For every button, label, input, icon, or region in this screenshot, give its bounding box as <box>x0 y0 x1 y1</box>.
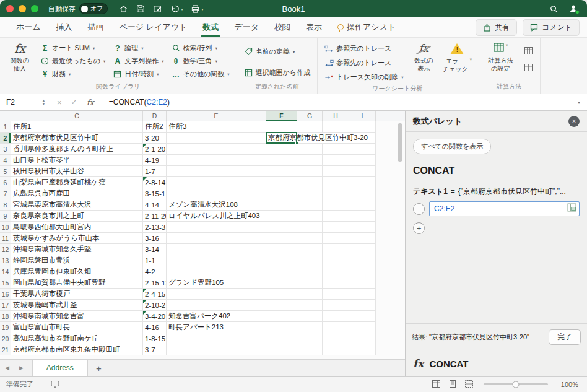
cell-C9[interactable]: 奈良県奈良市川之上町 <box>11 211 143 222</box>
cell-H5[interactable] <box>323 166 349 177</box>
cell-C6[interactable]: 山梨県南巨摩郡身延町桃ケ窪 <box>11 177 143 188</box>
autosave-toggle[interactable]: オフ <box>79 3 108 14</box>
sheet-nav-right-icon[interactable]: ▶ <box>14 365 28 371</box>
cell-I1[interactable] <box>349 121 376 133</box>
print-button[interactable]: ▾ <box>191 4 203 14</box>
cell-H21[interactable] <box>323 344 349 355</box>
cell-D10[interactable]: 2-13-3 <box>143 222 167 233</box>
cell-G3[interactable] <box>297 144 323 155</box>
cell-I10[interactable] <box>349 222 376 233</box>
cell-D19[interactable]: 4-16 <box>143 322 167 333</box>
cell-D17[interactable]: 2-10-2 <box>143 300 167 311</box>
cell-H15[interactable] <box>323 277 349 289</box>
cell-I4[interactable] <box>349 155 376 166</box>
normal-view-icon[interactable] <box>432 380 440 389</box>
row-header-6[interactable]: 6 <box>0 177 11 188</box>
cell-F13[interactable] <box>266 255 297 266</box>
cell-E18[interactable]: 知念吉富パーク402 <box>167 311 266 322</box>
cell-D18[interactable]: 3-4-20 <box>143 311 167 322</box>
cell-G20[interactable] <box>297 333 323 344</box>
cell-D5[interactable]: 1-7 <box>143 166 167 177</box>
row-header-5[interactable]: 5 <box>0 166 11 177</box>
cell-G7[interactable] <box>297 188 323 199</box>
cell-F16[interactable] <box>266 289 297 300</box>
vertical-scrollbar[interactable] <box>396 122 404 355</box>
cell-I11[interactable] <box>349 233 376 244</box>
cell-H19[interactable] <box>323 322 349 333</box>
select-all-corner[interactable] <box>0 111 11 121</box>
zoom-window-button[interactable] <box>31 5 38 12</box>
cell-H6[interactable] <box>323 177 349 188</box>
cell-H20[interactable] <box>323 333 349 344</box>
tab-ページ レイアウト[interactable]: ページ レイアウト <box>120 17 188 37</box>
cell-C12[interactable]: 沖縄県南城市知念久手堅 <box>11 244 143 255</box>
tab-数式[interactable]: 数式 <box>202 17 219 37</box>
row-header-14[interactable]: 14 <box>0 266 11 277</box>
tab-ホーム[interactable]: ホーム <box>16 17 41 37</box>
row-header-10[interactable]: 10 <box>0 222 11 233</box>
cell-I13[interactable] <box>349 255 376 266</box>
cell-D16[interactable]: 2-4-15 <box>143 289 167 300</box>
cell-I20[interactable] <box>349 333 376 344</box>
cell-E14[interactable] <box>167 266 266 277</box>
cell-D20[interactable]: 1-8-15 <box>143 333 167 344</box>
fill-handle[interactable] <box>295 142 298 145</box>
search-icon[interactable] <box>549 4 559 14</box>
lookup-reference-button[interactable]: 検索/行列 ▾ <box>170 42 232 54</box>
save-icon[interactable] <box>136 4 145 13</box>
cell-H11[interactable] <box>323 233 349 244</box>
cell-E10[interactable] <box>167 222 266 233</box>
cell-D8[interactable]: 4-14 <box>143 199 167 211</box>
tab-操作アシスト[interactable]: 操作アシスト <box>337 17 396 37</box>
cell-I14[interactable] <box>349 266 376 277</box>
cell-G14[interactable] <box>297 266 323 277</box>
cell-I3[interactable] <box>349 144 376 155</box>
cell-D12[interactable]: 3-14 <box>143 244 167 255</box>
minimize-window-button[interactable] <box>19 5 26 12</box>
cell-F2[interactable]: 京都府京都市伏見区竹中町3-20 <box>266 133 297 144</box>
add-sheet-button[interactable]: + <box>88 363 110 373</box>
cell-G13[interactable] <box>297 255 323 266</box>
sheet-tab-address[interactable]: Address <box>32 360 88 376</box>
row-header-12[interactable]: 12 <box>0 244 11 255</box>
display-icon[interactable] <box>51 380 59 388</box>
cell-C16[interactable]: 千葉県八街市榎戸 <box>11 289 143 300</box>
cell-F10[interactable] <box>266 222 297 233</box>
cell-D21[interactable]: 3-7 <box>143 344 167 355</box>
cell-H7[interactable] <box>323 188 349 199</box>
cell-G15[interactable] <box>297 277 323 289</box>
math-trig-button[interactable]: θ 数学/三角 ▾ <box>170 55 232 67</box>
column-header-I[interactable]: I <box>349 111 376 121</box>
cancel-icon[interactable]: × <box>57 98 62 107</box>
row-header-2[interactable]: 2 <box>0 133 11 144</box>
cell-H16[interactable] <box>323 289 349 300</box>
cell-E13[interactable] <box>167 255 266 266</box>
cell-H14[interactable] <box>323 266 349 277</box>
row-header-17[interactable]: 17 <box>0 300 11 311</box>
column-header-H[interactable]: H <box>323 111 349 121</box>
remove-argument-button[interactable]: − <box>413 203 425 215</box>
date-time-button[interactable]: 日付/時刻 ▾ <box>111 68 165 80</box>
sheet-nav-left-icon[interactable]: ◀ <box>0 365 14 371</box>
cell-C7[interactable]: 広島県呉市西鹿田 <box>11 188 143 199</box>
column-header-G[interactable]: G <box>297 111 323 121</box>
cell-E19[interactable]: 町長アパート213 <box>167 322 266 333</box>
zoom-slider-thumb[interactable] <box>513 381 520 388</box>
cell-C8[interactable]: 宮城県栗原市高清水大沢 <box>11 199 143 211</box>
row-header-8[interactable]: 8 <box>0 199 11 211</box>
cell-E2[interactable] <box>167 133 266 144</box>
cell-C17[interactable]: 茨城県鹿嶋市武井釜 <box>11 300 143 311</box>
cell-G21[interactable] <box>297 344 323 355</box>
close-panel-button[interactable]: × <box>568 116 580 127</box>
row-header-20[interactable]: 20 <box>0 333 11 344</box>
cell-H10[interactable] <box>323 222 349 233</box>
close-window-button[interactable] <box>6 5 14 12</box>
cell-G11[interactable] <box>297 233 323 244</box>
cell-D4[interactable]: 4-19 <box>143 155 167 166</box>
cell-C3[interactable]: 香川県仲多度郡まんのう町掉上 <box>11 144 143 155</box>
cell-H4[interactable] <box>323 155 349 166</box>
cell-E6[interactable] <box>167 177 266 188</box>
cell-I6[interactable] <box>349 177 376 188</box>
cell-G17[interactable] <box>297 300 323 311</box>
row-header-4[interactable]: 4 <box>0 155 11 166</box>
